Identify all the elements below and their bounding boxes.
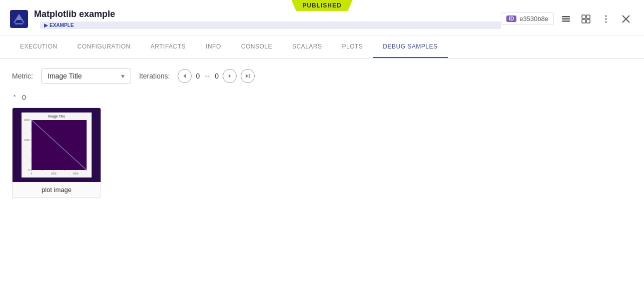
header-title-group: Matplotlib example ▶ EXAMPLE (34, 9, 501, 29)
image-card-label: plot image (13, 182, 101, 198)
published-banner: PUBLISHED (291, 0, 352, 11)
example-badge-label: EXAMPLE (50, 22, 74, 28)
svg-text:0: 0 (31, 172, 33, 175)
tab-plots[interactable]: PLOTS (332, 36, 373, 58)
svg-marker-16 (246, 74, 248, 78)
tab-execution[interactable]: EXECUTION (10, 36, 68, 58)
svg-point-9 (605, 15, 607, 16)
image-card-thumbnail: Image Title (13, 108, 101, 182)
svg-point-11 (605, 21, 607, 22)
svg-rect-5 (582, 15, 585, 18)
svg-marker-14 (184, 74, 186, 78)
svg-text:2000: 2000 (73, 172, 78, 175)
example-badge-arrow: ▶ (44, 22, 48, 28)
menu-button[interactable] (598, 11, 614, 27)
id-value: e3530b8e (519, 15, 548, 22)
tab-configuration[interactable]: CONFIGURATION (68, 36, 141, 58)
app-logo (10, 10, 28, 28)
svg-rect-1 (15, 23, 23, 24)
example-badge[interactable]: ▶ EXAMPLE (40, 22, 501, 29)
metric-row: Metric: Image Title ▾ Iterations: 0 ↔ 0 (12, 68, 632, 84)
section-value: 0 (22, 94, 26, 102)
image-grid: Image Title (12, 108, 632, 198)
id-badge: ID e3530b8e (501, 12, 554, 25)
metric-dropdown-arrow: ▾ (121, 72, 125, 80)
iterations-controls: 0 ↔ 0 (178, 69, 255, 83)
svg-rect-2 (562, 16, 570, 18)
svg-text:1000: 1000 (51, 172, 56, 175)
tab-scalars[interactable]: SCALARS (282, 36, 332, 58)
iter-prev-button[interactable] (178, 69, 192, 83)
metric-select[interactable]: Image Title ▾ (41, 68, 131, 84)
metric-value: Image Title (48, 72, 82, 80)
tab-artifacts[interactable]: ARTIFACTS (141, 36, 196, 58)
svg-text:2000: 2000 (24, 118, 30, 122)
iter-next-button[interactable] (223, 69, 237, 83)
iter-from-value: 0 (196, 72, 200, 80)
published-label: PUBLISHED (302, 2, 341, 9)
main-content: Metric: Image Title ▾ Iterations: 0 ↔ 0 … (0, 58, 644, 208)
list-view-button[interactable] (558, 11, 574, 27)
svg-text:Image Title: Image Title (48, 114, 65, 118)
id-label: ID (506, 16, 516, 22)
svg-marker-15 (229, 74, 231, 78)
metric-label: Metric: (12, 72, 33, 80)
close-button[interactable] (618, 11, 634, 27)
header-actions: ID e3530b8e (501, 11, 634, 27)
nav-tabs: EXECUTION CONFIGURATION ARTIFACTS INFO C… (0, 36, 644, 58)
svg-text:0: 0 (28, 168, 30, 172)
tab-info[interactable]: INFO (196, 36, 231, 58)
svg-text:1000: 1000 (24, 138, 30, 142)
grid-view-button[interactable] (578, 11, 594, 27)
svg-rect-4 (562, 20, 570, 22)
section-header: ⌃ 0 (12, 94, 632, 102)
app-title: Matplotlib example (34, 9, 501, 20)
iter-to-value: 0 (215, 72, 219, 80)
iterations-label: Iterations: (139, 72, 170, 80)
iter-separator: ↔ (204, 72, 211, 80)
section-collapse-button[interactable]: ⌃ (12, 94, 17, 101)
tab-debug-samples[interactable]: DEBUG SAMPLES (373, 36, 447, 58)
svg-rect-8 (586, 20, 590, 23)
iter-last-button[interactable] (241, 69, 255, 83)
svg-point-10 (605, 18, 607, 20)
tab-console[interactable]: CONSOLE (231, 36, 282, 58)
svg-rect-3 (562, 18, 570, 20)
svg-rect-6 (586, 15, 590, 18)
svg-rect-7 (582, 20, 585, 23)
image-card[interactable]: Image Title (12, 108, 101, 198)
